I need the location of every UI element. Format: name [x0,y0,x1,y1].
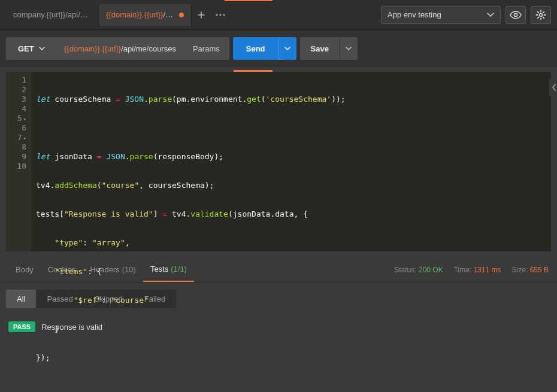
status-value: 200 OK [419,266,443,274]
editor-accent-bar [234,70,273,72]
environment-select[interactable]: App env testing [381,6,501,24]
params-button[interactable]: Params [183,37,229,60]
chevron-down-icon [39,47,45,51]
chevron-down-icon [487,13,494,17]
size-label: Size: [512,266,528,274]
chevron-down-icon [346,47,352,51]
svg-point-1 [219,14,221,16]
tabs-area: company.{{url}}/api/auth/lo {{domain}}.{… [6,4,376,26]
request-bar: GET {{domain}}.{{url}}/api/me/courses Pa… [0,30,557,67]
eye-icon [510,11,522,19]
tab-item[interactable]: company.{{url}}/api/auth/lo [6,4,99,26]
time-value: 1311 ms [474,266,501,274]
method-label: GET [18,44,34,53]
unsaved-dot-icon [179,13,184,17]
settings-button[interactable] [531,6,551,24]
save-button[interactable]: Save [300,37,340,60]
method-select[interactable]: GET [6,37,57,60]
code-editor[interactable]: 1 2 3 4 5 6 7 8 9 10 let courseSchema = … [6,72,551,251]
tab-item-active[interactable]: {{domain}}.{{url}}/api [99,4,192,26]
size-value: 655 B [530,266,549,274]
time-label: Time: [454,266,472,274]
chevron-left-icon [552,84,556,91]
gear-icon [535,10,546,20]
send-dropdown[interactable] [278,37,296,60]
svg-point-3 [514,13,517,16]
svg-point-0 [216,14,217,16]
environment-quicklook-button[interactable] [505,6,526,24]
tab-label: {{domain}}.{{url}}/api [106,10,174,19]
expand-panel-button[interactable] [549,79,557,96]
tab-more-button[interactable] [211,4,230,26]
response-meta: Status: 200 OK Time: 1311 ms Size: 655 B [394,266,549,274]
svg-point-2 [223,14,225,16]
code-area[interactable]: let courseSchema = JSON.parse(pm.environ… [31,72,350,251]
url-variable: {{domain}}.{{url}} [64,44,121,53]
top-bar: company.{{url}}/api/auth/lo {{domain}}.{… [0,0,557,30]
environment-selected-label: App env testing [388,10,441,19]
svg-point-4 [540,13,543,16]
url-rest: /api/me/courses [121,44,176,53]
tab-label: company.{{url}}/api/auth/lo [13,10,91,19]
save-dropdown[interactable] [340,37,358,60]
top-accent-bar [225,0,273,1]
send-button[interactable]: Send [233,37,278,60]
tab-add-button[interactable] [192,4,211,26]
gutter: 1 2 3 4 5 6 7 8 9 10 [6,72,31,251]
chevron-down-icon [284,47,290,51]
status-label: Status: [394,266,416,274]
pass-badge: PASS [8,321,35,332]
filter-all[interactable]: All [6,290,36,308]
url-input[interactable]: {{domain}}.{{url}}/api/me/courses [57,37,183,60]
